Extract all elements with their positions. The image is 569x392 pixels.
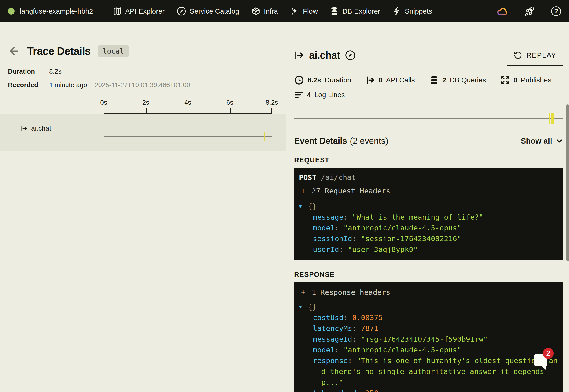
nav-actions: ? [497,6,561,17]
stat-value: 0 [379,76,383,84]
scrollbar[interactable] [567,104,569,261]
chevron-down-icon [555,137,563,145]
arrow-bar-icon [21,125,28,132]
detail-timeline [294,118,563,119]
recorded-row: Recorded 1 minute ago 2025-11-27T10:01:3… [8,81,190,89]
collapse-triangle-icon[interactable]: ▼ [299,201,302,212]
project-name: langfuse-example-hbh2 [20,7,93,15]
detail-title-group: ai.chat [294,49,356,61]
json-field-model: model: "anthropic/claude-4.5-opus" [299,344,558,355]
nav-item-db-explorer[interactable]: DB Explorer [330,7,380,16]
duration-row: Duration 8.2s [8,68,62,75]
json-root-row: ▼ {} [299,201,558,212]
detail-panel: ai.chat REPLAY 8.2s Duration 0 API Calls… [286,22,569,392]
stat-publishes: 0 Publishes [501,75,551,85]
recorded-relative: 1 minute ago [49,81,87,89]
collapse-triangle-icon[interactable]: ▼ [299,301,302,312]
plus-icon[interactable]: + [299,187,307,195]
expand-icon [501,75,510,85]
stat-duration: 8.2s Duration [294,75,351,85]
tick-mark [146,108,147,113]
span-marker [264,132,265,140]
recorded-timestamp: 2025-11-27T10:01:39.466+01:00 [95,81,190,89]
replay-label: REPLAY [526,51,556,59]
stat-label: API Calls [386,76,415,84]
database-icon [430,75,439,85]
tick-mark [104,108,104,113]
stat-label: Log Lines [315,91,345,99]
json-field-message: message: "What is the meaning of life?" [299,212,558,223]
http-method: POST [299,173,317,182]
tick-mark [230,108,231,113]
duration-value: 8.2s [49,68,62,75]
nav-item-api-explorer[interactable]: API Explorer [113,7,165,16]
json-field-messageId: messageId: "msg-1764234107345-f590b91rw" [299,334,558,344]
stat-label: DB Queries [450,76,486,84]
span-row-ai-chat[interactable]: ai.chat [0,114,286,151]
response-code-block: + 1 Response headers ▼ {} costUsd: 0.003… [294,282,563,392]
tick-mark [271,108,272,113]
json-field-sessionId: sessionId: "session-1764234082216" [299,233,558,244]
detail-title: ai.chat [309,49,340,61]
events-count: (2 events) [350,136,389,146]
show-all-toggle[interactable]: Show all [521,137,563,145]
tick-label: 4s [184,99,191,106]
nav-item-snippets[interactable]: Snippets [392,7,432,16]
detail-timeline-bar [294,118,563,119]
log-lines-icon [294,90,304,99]
stat-value: 2 [442,76,446,84]
stat-value: 4 [307,91,311,99]
nav-item-label: Service Catalog [190,7,239,15]
request-headers-label: 27 Request Headers [312,185,390,196]
replay-button[interactable]: REPLAY [507,45,563,66]
json-field-response: response: "This is one of humanity's old… [299,355,558,388]
help-glyph: ? [551,6,561,16]
back-arrow-icon[interactable] [8,45,20,57]
json-root-row: ▼ {} [299,301,558,312]
show-all-label: Show all [521,137,552,145]
nav-item-flow[interactable]: Flow [290,7,318,16]
stat-api-calls: 0 API Calls [366,75,415,85]
nav-items: API Explorer Service Catalog Infra Flow … [113,7,432,16]
stat-label: Duration [325,76,351,84]
span-name: ai.chat [31,125,51,132]
json-field-model: model: "anthropic/claude-4.5-opus" [299,223,558,233]
rocket-icon[interactable] [525,6,535,16]
tick-label: 0s [100,99,107,106]
tick-label: 2s [142,99,149,106]
status-dot-icon [8,8,14,14]
nav-item-service-catalog[interactable]: Service Catalog [177,7,239,16]
json-field-tokensUsed: tokensUsed: 250 [299,388,558,392]
cloud-gradient-icon[interactable] [497,6,508,17]
detail-timeline-marker-thin [549,113,550,124]
tick-label: 8.2s [266,99,278,106]
json-root-braces: {} [308,301,317,312]
compass-icon [345,50,356,61]
span-label: ai.chat [21,125,51,132]
project-switcher[interactable]: langfuse-example-hbh2 [8,7,93,15]
request-code-block: POST /ai/chat + 27 Request Headers ▼ {} … [294,168,563,260]
database-icon [330,7,339,16]
timeline-ruler: 0s 2s 4s 6s 8.2s [104,101,272,114]
tick-label: 6s [226,99,234,106]
trace-panel: Trace Details local Duration 8.2s Record… [0,22,286,392]
response-headers-toggle[interactable]: + 1 Response headers [299,287,558,298]
request-headers-toggle[interactable]: + 27 Request Headers [299,185,558,196]
env-badge: local [98,45,129,57]
clock-icon [294,75,304,85]
recorded-label: Recorded [8,81,49,89]
stats-row: 8.2s Duration 0 API Calls 2 DB Queries 0… [294,75,563,99]
stat-log-lines: 4 Log Lines [294,90,345,99]
span-duration-bar [104,136,272,137]
tick-mark [188,108,189,113]
json-field-userId: userId: "user-3aqj8ypk0" [299,244,558,255]
bolt-icon [392,7,401,16]
stat-value: 8.2s [307,76,321,84]
nav-item-label: DB Explorer [342,7,380,15]
events-heading: Event Details [294,136,347,146]
help-icon[interactable]: ? [551,6,561,16]
plus-icon[interactable]: + [299,288,307,296]
request-section-label: REQUEST [294,156,563,164]
chat-unread-badge: 2 [543,348,554,359]
nav-item-infra[interactable]: Infra [251,7,278,16]
